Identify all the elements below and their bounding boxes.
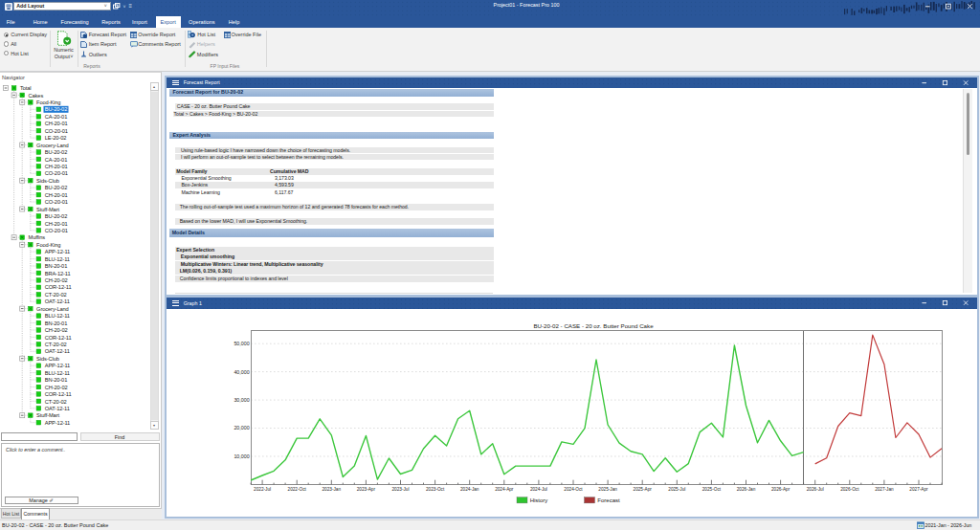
svg-text:2024-Jan: 2024-Jan	[460, 487, 479, 492]
svg-text:2023-Jan: 2023-Jan	[323, 487, 342, 492]
svg-text:Muffins: Muffins	[29, 234, 46, 240]
svg-text:2022-Oct: 2022-Oct	[288, 487, 307, 492]
svg-text:2025-Jan: 2025-Jan	[598, 487, 617, 492]
svg-text:History: History	[530, 497, 548, 503]
svg-text:2023-Apr: 2023-Apr	[357, 487, 376, 492]
svg-text:2026-Apr: 2026-Apr	[771, 487, 791, 492]
svg-text:CH-20-01: CH-20-01	[45, 164, 68, 169]
svg-text:Food-King: Food-King	[36, 242, 60, 248]
svg-text:BLU-12-11: BLU-12-11	[45, 313, 70, 319]
svg-text:OAT-12-11: OAT-12-11	[45, 298, 70, 304]
svg-text:CH-20-01: CH-20-01	[45, 121, 68, 126]
svg-text:2026-Jul: 2026-Jul	[807, 487, 824, 492]
svg-text:CO-20-01: CO-20-01	[45, 128, 68, 134]
svg-text:Food-King: Food-King	[36, 99, 60, 105]
svg-text:CH-20-02: CH-20-02	[45, 277, 68, 283]
svg-text:BU-20-02 - CASE - 20 oz. Butte: BU-20-02 - CASE - 20 oz. Butter Pound Ca…	[533, 322, 654, 329]
svg-text:BLU-12-11: BLU-12-11	[45, 256, 70, 262]
svg-text:CO-20-01: CO-20-01	[45, 170, 68, 176]
svg-text:CT-20-02: CT-20-02	[45, 292, 67, 298]
svg-text:20,000: 20,000	[234, 425, 249, 431]
svg-text:40,000: 40,000	[234, 369, 249, 375]
svg-text:LE-20-02: LE-20-02	[45, 135, 67, 141]
svg-text:APP-12-11: APP-12-11	[45, 249, 70, 254]
svg-text:OAT-12-11: OAT-12-11	[45, 406, 70, 411]
svg-text:BN-20-01: BN-20-01	[45, 377, 68, 383]
svg-text:CH-20-02: CH-20-02	[45, 327, 68, 333]
svg-text:Grocery-Land: Grocery-Land	[36, 143, 69, 148]
svg-text:BU-20-02: BU-20-02	[45, 106, 68, 112]
svg-text:BU-20-02: BU-20-02	[45, 185, 68, 190]
svg-text:CH-20-01: CH-20-01	[45, 221, 68, 227]
svg-text:BU-20-02: BU-20-02	[45, 149, 68, 155]
svg-text:OAT-12-11: OAT-12-11	[45, 348, 70, 354]
svg-text:CH-20-02: CH-20-02	[45, 385, 68, 390]
svg-text:CT-20-02: CT-20-02	[45, 342, 67, 347]
svg-text:BRA-12-11: BRA-12-11	[45, 271, 71, 276]
svg-text:2024-Jul: 2024-Jul	[530, 487, 547, 492]
svg-text:CO-20-01: CO-20-01	[45, 228, 68, 233]
svg-text:Stuff-Mart: Stuff-Mart	[36, 412, 59, 418]
svg-text:Forecast: Forecast	[597, 497, 620, 503]
svg-text:10,000: 10,000	[234, 453, 249, 459]
svg-text:BLU-12-11: BLU-12-11	[45, 370, 70, 376]
svg-text:Grocery-Land: Grocery-Land	[36, 306, 69, 312]
svg-text:2027-Apr: 2027-Apr	[909, 487, 928, 492]
svg-text:2025-Oct: 2025-Oct	[702, 487, 722, 492]
svg-text:COR-12-11: COR-12-11	[45, 391, 72, 397]
svg-text:COR-12-11: COR-12-11	[45, 284, 72, 290]
svg-text:2025-Jul: 2025-Jul	[668, 487, 685, 492]
svg-text:2026-Jan: 2026-Jan	[737, 487, 756, 492]
svg-text:Sids-Club: Sids-Club	[36, 356, 59, 362]
svg-text:2023-Jul: 2023-Jul	[392, 487, 410, 492]
svg-text:2023-Oct: 2023-Oct	[426, 487, 445, 492]
svg-text:COR-12-11: COR-12-11	[45, 335, 72, 341]
svg-text:BN-20-01: BN-20-01	[45, 263, 68, 269]
svg-text:2027-Jan: 2027-Jan	[875, 487, 894, 492]
svg-text:2022-Jul: 2022-Jul	[254, 487, 271, 492]
svg-text:CA-20-01: CA-20-01	[45, 114, 68, 120]
svg-text:Total: Total	[20, 85, 32, 91]
svg-text:2026-Oct: 2026-Oct	[840, 487, 859, 492]
svg-text:CH-20-01: CH-20-01	[45, 192, 68, 198]
svg-text:BU-20-02: BU-20-02	[45, 213, 68, 219]
svg-text:CO-20-01: CO-20-01	[45, 199, 68, 205]
svg-text:30,000: 30,000	[234, 397, 249, 403]
svg-text:50,000: 50,000	[234, 341, 249, 346]
svg-text:Stuff-Mart: Stuff-Mart	[36, 207, 59, 212]
svg-text:CA-20-01: CA-20-01	[45, 157, 68, 163]
svg-text:Sids-Club: Sids-Club	[36, 178, 59, 184]
svg-text:APP-12-11: APP-12-11	[45, 363, 70, 368]
svg-text:BN-20-01: BN-20-01	[45, 320, 68, 326]
svg-text:2024-Oct: 2024-Oct	[564, 487, 583, 492]
svg-text:APP-12-11: APP-12-11	[45, 420, 70, 426]
svg-text:CT-20-02: CT-20-02	[45, 399, 67, 405]
svg-text:2024-Apr: 2024-Apr	[495, 487, 514, 492]
svg-text:2025-Apr: 2025-Apr	[634, 487, 653, 492]
svg-text:Cakes: Cakes	[29, 93, 44, 99]
